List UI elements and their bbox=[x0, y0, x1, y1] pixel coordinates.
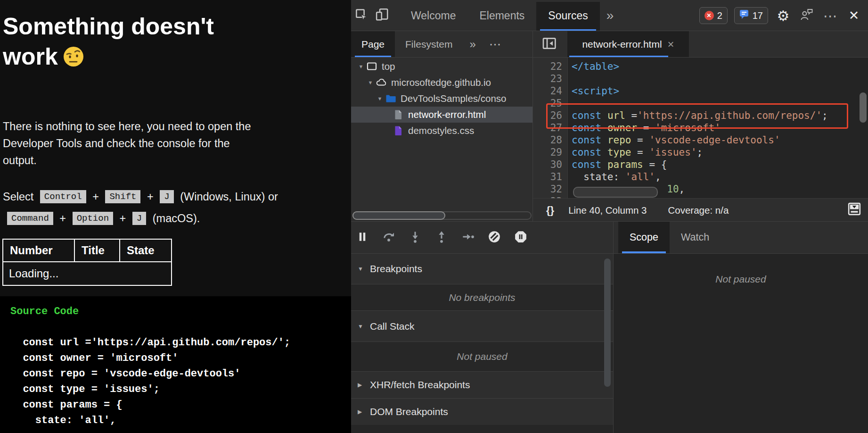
deactivate-breakpoints-icon bbox=[487, 230, 501, 246]
tree-item-microsoftedge-github-io[interactable]: ▼microsoftedge.github.io bbox=[351, 75, 533, 91]
navigator-tab-page[interactable]: Page bbox=[351, 31, 395, 58]
kbd-option: Option bbox=[73, 212, 113, 225]
chevron-down-icon[interactable]: ▼ bbox=[365, 80, 376, 85]
debugger-vscrollbar-thumb[interactable] bbox=[604, 258, 611, 387]
source-code-line: const type = 'issues'; bbox=[10, 382, 351, 397]
line-number-24[interactable]: 24 bbox=[533, 85, 562, 97]
debugger-pane: ▼BreakpointsNo breakpoints▼Call StackNot… bbox=[351, 222, 613, 433]
kbd-j: J bbox=[132, 212, 146, 225]
tree-item-network-error-html[interactable]: network-error.html bbox=[351, 107, 533, 123]
more-panels-chevron[interactable]: » bbox=[600, 8, 621, 23]
cursor-position-text: Line 40, Column 3 bbox=[568, 205, 647, 216]
line-number-30[interactable]: 30 bbox=[533, 158, 562, 171]
navigator-tab-filesystem[interactable]: Filesystem bbox=[395, 31, 463, 58]
issues-table-header-number: Number bbox=[3, 239, 74, 262]
editor-tab-bar: network-error.html × bbox=[533, 31, 868, 58]
page-title-line1: Something doesn't bbox=[3, 13, 214, 40]
feedback-button[interactable] bbox=[798, 4, 815, 27]
kbd-shift: Shift bbox=[105, 190, 140, 203]
editor-status-bar: {} Line 40, Column 3 Coverage: n/a bbox=[533, 198, 868, 222]
devtools-tabs: WelcomeElementsSources bbox=[399, 0, 600, 31]
error-icon: ✕ bbox=[704, 11, 714, 20]
close-devtools-button[interactable]: ✕ bbox=[845, 8, 862, 23]
navigator-more-tabs-chevron[interactable]: » bbox=[463, 38, 482, 51]
tree-item-devtoolssamples-conso[interactable]: ▼DevToolsSamples/conso bbox=[351, 91, 533, 107]
inspect-cursor-icon bbox=[354, 8, 368, 24]
devtools-panel: WelcomeElementsSources » ✕ 2 17 ⚙ ⋯ ✕ bbox=[351, 0, 868, 433]
intro-paragraph: There is nothing to see here, you need t… bbox=[3, 118, 251, 169]
source-code-title: Source Code bbox=[10, 304, 351, 319]
tab-elements[interactable]: Elements bbox=[467, 0, 536, 31]
source-code-line: const repo = 'vscode-edge-devtools' bbox=[10, 366, 351, 382]
line-number-28[interactable]: 28 bbox=[533, 134, 562, 146]
editor-tab-network-error[interactable]: network-error.html × bbox=[567, 31, 689, 58]
tree-item-demostyles-css[interactable]: demostyles.css bbox=[351, 123, 533, 139]
scope-watch-pane: ScopeWatch Not paused bbox=[614, 222, 868, 433]
code-line-24: <script> bbox=[572, 85, 619, 97]
tree-item-top[interactable]: ▼top bbox=[351, 58, 533, 75]
section-header-call-stack[interactable]: ▼Call Stack bbox=[351, 310, 613, 341]
more-options-button[interactable]: ⋯ bbox=[822, 8, 839, 24]
settings-gear-icon[interactable]: ⚙ bbox=[775, 8, 792, 24]
editor-hscrollbar-thumb[interactable] bbox=[573, 187, 658, 198]
scope-watch-tabs: ScopeWatch bbox=[614, 222, 868, 254]
section-header-breakpoints[interactable]: ▼Breakpoints bbox=[351, 254, 613, 284]
expand-panel-button[interactable] bbox=[847, 203, 861, 217]
tab-welcome[interactable]: Welcome bbox=[399, 0, 467, 31]
chevron-right-icon: ▶ bbox=[358, 382, 370, 388]
section-empty-state: Not paused bbox=[351, 341, 613, 371]
device-emulation-button[interactable] bbox=[372, 4, 393, 27]
shortcut-separator: + bbox=[90, 191, 102, 203]
line-number-22[interactable]: 22 bbox=[533, 60, 562, 73]
line-number-31[interactable]: 31 bbox=[533, 171, 562, 183]
editor-tab-label: network-error.html bbox=[582, 39, 662, 50]
tab-watch[interactable]: Watch bbox=[670, 222, 721, 253]
section-header-dom-breakpoints[interactable]: ▶DOM Breakpoints bbox=[351, 398, 613, 425]
line-number-29[interactable]: 29 bbox=[533, 146, 562, 158]
pretty-print-button[interactable]: {} bbox=[546, 204, 554, 216]
navigator-hscrollbar-thumb[interactable] bbox=[352, 211, 445, 220]
step-into-button[interactable] bbox=[408, 230, 423, 245]
shortcut-mac: Command + Option + J (macOS). bbox=[3, 208, 278, 229]
navigator-more-options[interactable]: ⋯ bbox=[483, 37, 508, 52]
issues-table-header-state: State bbox=[120, 239, 172, 262]
code-line-29: const type = 'issues'; bbox=[572, 146, 703, 158]
collapse-navigator-button[interactable] bbox=[540, 35, 558, 54]
step-button[interactable] bbox=[460, 230, 475, 245]
inspect-element-button[interactable] bbox=[351, 4, 372, 27]
tab-sources[interactable]: Sources bbox=[536, 2, 599, 31]
pause-script-button[interactable] bbox=[355, 230, 370, 245]
issues-count-badge[interactable]: 17 bbox=[734, 7, 768, 24]
section-header-xhr-fetch-breakpoints[interactable]: ▶XHR/fetch Breakpoints bbox=[351, 371, 613, 398]
error-count-badge[interactable]: ✕ 2 bbox=[699, 7, 728, 24]
chevron-down-icon[interactable]: ▼ bbox=[375, 96, 385, 101]
feedback-person-icon bbox=[800, 8, 814, 23]
file-tree: ▼top▼microsoftedge.github.io▼DevToolsSam… bbox=[351, 58, 533, 211]
editor-tab-close-icon[interactable]: × bbox=[668, 38, 674, 51]
coverage-text: Coverage: n/a bbox=[668, 205, 729, 216]
code-line-28: const repo = 'vscode-edge-devtools' bbox=[572, 134, 780, 146]
shortcut-separator: + bbox=[144, 191, 156, 203]
cloud-icon bbox=[376, 77, 387, 88]
source-code-line: const owner = 'microsoft' bbox=[10, 350, 351, 366]
line-number-23[interactable]: 23 bbox=[533, 73, 562, 85]
step-over-button[interactable] bbox=[381, 230, 396, 245]
divider bbox=[351, 57, 868, 58]
code-editor[interactable]: 222324252627282930313233 </table><script… bbox=[533, 58, 868, 198]
pause-icon bbox=[355, 230, 369, 246]
pause-on-exceptions-button[interactable] bbox=[513, 230, 528, 245]
kbd-command: Command bbox=[7, 212, 53, 225]
step-over-icon bbox=[382, 230, 396, 246]
line-number-32[interactable]: 32 bbox=[533, 183, 562, 195]
step-icon bbox=[461, 230, 475, 246]
editor-vscrollbar-thumb[interactable] bbox=[860, 92, 867, 123]
step-out-button[interactable] bbox=[434, 230, 449, 245]
issues-table: NumberTitleState Loading... bbox=[2, 239, 172, 286]
debugger-toolbar bbox=[351, 222, 613, 254]
issues-count: 17 bbox=[753, 10, 763, 21]
section-label: DOM Breakpoints bbox=[370, 406, 448, 417]
tab-scope[interactable]: Scope bbox=[618, 222, 670, 253]
deactivate-breakpoints-button[interactable] bbox=[487, 230, 502, 245]
chevron-down-icon[interactable]: ▼ bbox=[356, 64, 366, 69]
source-code-box: Source Code const url ='https://api.gith… bbox=[0, 296, 351, 433]
